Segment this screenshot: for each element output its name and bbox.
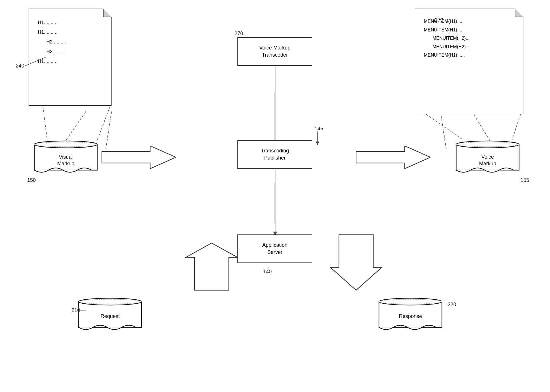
svg-marker-24 [273,232,277,234]
visual-markup-scroll: Visual Markup [33,140,99,174]
svg-text:Markup: Markup [479,161,496,166]
svg-line-37 [43,106,47,140]
svg-marker-19 [102,146,176,169]
label-210: 210 [72,307,80,313]
label-240: 240 [16,63,24,69]
svg-marker-26 [186,243,237,290]
svg-point-15 [456,141,519,148]
svg-point-11 [34,142,97,147]
svg-point-30 [79,299,142,304]
svg-point-34 [379,298,442,305]
svg-text:Visual: Visual [59,154,73,160]
svg-rect-28 [79,302,142,327]
transcoder-to-publisher-line [272,66,280,143]
svg-text:Response: Response [399,313,422,319]
application-server-label: Application Server [262,242,287,256]
svg-line-38 [97,106,110,140]
svg-point-29 [79,298,142,305]
doc-right-line4: MENUITEM(H2).. [432,43,517,51]
label-260: 270 [435,17,443,23]
right-document: MENUITEM(H1).... MENUITEM(H1).... MENUIT… [415,9,523,114]
label-150: 150 [27,177,36,183]
svg-point-16 [456,142,519,147]
publisher-to-appserver-line [272,169,280,234]
doc-left-line4: H2.......... [46,47,105,57]
request-scroll: Request [77,297,143,332]
svg-point-35 [379,299,442,304]
doc-left-line2: H1.......... [38,27,105,37]
svg-rect-9 [34,144,97,170]
svg-marker-20 [356,146,430,169]
doc-right-line2: MENUITEM(H1).... [424,26,517,34]
svg-rect-33 [379,302,442,327]
label-270: 270 [235,31,243,37]
svg-rect-14 [456,144,519,170]
transcoding-publisher-box: Transcoding Publisher [237,140,312,169]
arrow-appserver-to-request [114,234,237,292]
doc-left-line3: H2.......... [46,37,105,47]
svg-text:Voice: Voice [481,154,494,160]
svg-text:Request: Request [100,313,120,319]
left-document: H1.......... H1.......... H2.......... H… [29,9,112,106]
response-scroll: Response [378,297,443,332]
svg-line-1 [106,112,112,149]
svg-line-39 [426,114,463,140]
label-220: 220 [448,302,456,308]
svg-line-0 [60,112,86,149]
label-140: 140 [263,269,272,275]
diagram-container: H1.......... H1.......... H2.......... H… [0,0,550,392]
svg-point-10 [34,141,97,148]
label-145: 145 [315,126,323,132]
voice-markup-scroll: Voice Markup [455,140,521,174]
label-155: 155 [521,177,529,183]
svg-line-3 [472,112,495,149]
arrow-tp-to-voice [356,146,430,169]
svg-marker-27 [330,234,382,290]
doc-left-line1: H1.......... [38,18,105,27]
transcoding-publisher-label: Transcoding Publisher [261,147,289,162]
doc-right-line3: MENUITEM(H2)... [432,34,517,43]
application-server-box: Application Server [237,234,312,263]
svg-line-40 [512,114,521,140]
svg-text:Markup: Markup [57,161,74,166]
voice-markup-transcoder-box: Voice Markup Transcoder [237,37,312,66]
doc-right-line5: MENUITEM(H1)...... [424,51,517,59]
doc-left-line5: H1.......... [38,57,105,66]
fold-corner [103,9,111,17]
voice-markup-transcoder-label: Voice Markup Transcoder [259,44,290,59]
fold-corner-right [515,9,523,17]
svg-marker-22 [316,142,319,145]
svg-line-2 [440,112,446,149]
arrow-vm-to-tp [102,146,176,169]
arrow-appserver-to-response [313,234,436,292]
